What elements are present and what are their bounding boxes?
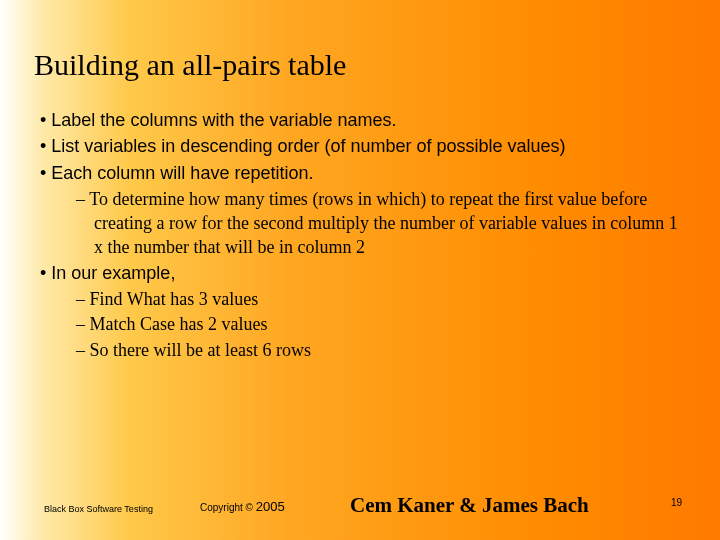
sub-bullet-item: Match Case has 2 values bbox=[40, 312, 690, 336]
bullet-item: In our example, bbox=[40, 261, 690, 285]
footer-left: Black Box Software Testing bbox=[44, 504, 153, 514]
slide-body: Label the columns with the variable name… bbox=[40, 108, 690, 363]
sub-bullet-item: Find What has 3 values bbox=[40, 287, 690, 311]
bullet-item: List variables in descending order (of n… bbox=[40, 134, 690, 158]
footer-copyright: Copyright © 2005 bbox=[200, 499, 285, 514]
slide-title: Building an all-pairs table bbox=[34, 48, 346, 82]
slide: Building an all-pairs table Label the co… bbox=[0, 0, 720, 540]
sub-bullet-item: To determine how many times (rows in whi… bbox=[40, 187, 690, 260]
bullet-item: Each column will have repetition. bbox=[40, 161, 690, 185]
sub-bullet-item: So there will be at least 6 rows bbox=[40, 338, 690, 362]
bullet-item: Label the columns with the variable name… bbox=[40, 108, 690, 132]
footer-authors: Cem Kaner & James Bach bbox=[350, 493, 589, 518]
copyright-year: 2005 bbox=[256, 499, 285, 514]
page-number: 19 bbox=[671, 497, 682, 508]
copyright-label: Copyright © bbox=[200, 502, 253, 513]
